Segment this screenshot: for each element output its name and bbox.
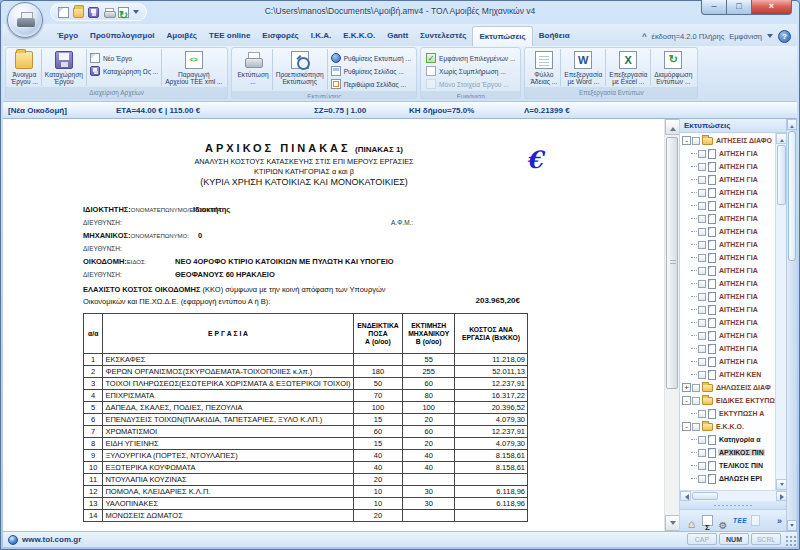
document-preview-area[interactable]: ΑΡΧΙΚΟΣ ΠΙΝΑΚΑΣ (ΠΙΝΑΚΑΣ 1) ΑΝΑΛΥΣΗ ΚΟΣΤ… [3, 119, 664, 531]
sidebar-scrollbar-thumb[interactable] [788, 131, 796, 261]
home-icon[interactable] [685, 514, 698, 527]
tree-scroll-left-icon[interactable] [680, 491, 691, 501]
ribbon-button[interactable]: Περιθώρια Σελίδας ... [331, 78, 411, 90]
ribbon-button[interactable]: Εκτύπωση ... [234, 49, 272, 90]
minimize-button[interactable]: – [701, 0, 727, 15]
tab-Gantt[interactable]: Gantt [381, 26, 414, 46]
tree-item[interactable]: ΑΙΤΗΣΗ ΓΙΑ [680, 199, 775, 212]
toolbar-overflow-icon[interactable]: » [777, 516, 782, 526]
tree-checkbox[interactable] [698, 150, 706, 158]
tree-item[interactable]: -Ε.Κ.Κ.Ο. [680, 420, 775, 433]
ribbon-button[interactable]: Νέο Έργο [90, 52, 158, 64]
ribbon-button[interactable]: Παραγωγή Αρχείου ΤΕΕ xml ... [162, 49, 225, 86]
tree-item[interactable]: ΑΙΤΗΣΗ ΓΙΑ [680, 264, 775, 277]
tree-checkbox[interactable] [698, 215, 706, 223]
tree-item[interactable]: ΑΙΤΗΣΗ ΚΕΝ [680, 368, 775, 381]
status-url[interactable]: www.tol.com.gr [22, 535, 81, 544]
tab-Ε.Κ.Κ.Ο.[interactable]: Ε.Κ.Κ.Ο. [337, 26, 381, 46]
tree-item[interactable]: ΑΙΤΗΣΗ ΓΙΑ [680, 212, 775, 225]
tree-checkbox[interactable] [692, 397, 700, 405]
title-bar[interactable]: C:\Users\manos\Documents\Αμοιβή.amv4 - Τ… [0, 0, 800, 24]
tab-Ι.Κ.Α.[interactable]: Ι.Κ.Α. [305, 26, 337, 46]
tree-checkbox[interactable] [698, 332, 706, 340]
tree-checkbox[interactable] [698, 319, 706, 327]
ribbon-button[interactable]: Καταχώρηση Ως ... [90, 65, 158, 77]
tree-item[interactable]: ΑΙΤΗΣΗ ΓΙΑ [680, 173, 775, 186]
tree-checkbox[interactable] [698, 267, 706, 275]
tree-item[interactable]: -ΑΙΤΗΣΕΙΣ ΔΙΑΦΟ [680, 134, 775, 147]
tree-checkbox[interactable] [698, 475, 706, 483]
tab-Έργο[interactable]: Έργο [51, 26, 84, 46]
tree-checkbox[interactable] [698, 462, 706, 470]
tree-checkbox[interactable] [698, 280, 706, 288]
tree-checkbox[interactable] [698, 410, 706, 418]
ribbon-button[interactable]: Φύλλο Άδειας ... [527, 49, 561, 86]
tee-icon[interactable]: ΤΕΕ [733, 517, 747, 524]
tree-checkbox[interactable] [698, 163, 706, 171]
tree-checkbox[interactable] [698, 189, 706, 197]
sigma-icon[interactable] [702, 515, 713, 526]
tree-item[interactable]: ΑΙΤΗΣΗ ΓΙΑ [680, 355, 775, 368]
tree-toggle-icon[interactable]: + [682, 383, 691, 392]
ribbon-button[interactable]: Επεξεργασία με Word ... [561, 49, 606, 86]
document-vertical-scrollbar[interactable] [664, 119, 679, 531]
tree-checkbox[interactable] [698, 449, 706, 457]
tab-Προϋπολογισμοί[interactable]: Προϋπολογισμοί [84, 26, 160, 46]
tree-toggle-icon[interactable]: - [682, 396, 691, 405]
close-button[interactable]: × [752, 0, 792, 15]
tree-checkbox[interactable] [692, 423, 700, 431]
display-dropdown-icon[interactable] [767, 34, 773, 41]
tree-scrollbar-thumb[interactable] [777, 145, 786, 205]
ribbon-button[interactable]: Καταχώρηση Έργου [42, 49, 87, 86]
ribbon-button[interactable]: Άνοιγμα Έργου ... [8, 49, 42, 86]
tree-checkbox[interactable] [698, 306, 706, 314]
tree-item[interactable]: ΑΙΤΗΣΗ ΓΙΑ [680, 251, 775, 264]
qat-dropdown-icon[interactable] [133, 10, 139, 17]
tree-item[interactable]: ΑΙΤΗΣΗ ΓΙΑ [680, 160, 775, 173]
tree-item[interactable]: -ΕΙΔΙΚΕΣ ΕΚΤΥΠΩ [680, 394, 775, 407]
tree-checkbox[interactable] [692, 137, 700, 145]
collapse-ribbon-icon[interactable]: ^ [642, 32, 647, 41]
ribbon-button[interactable]: Ρυθμίσεις Σελίδας ... [331, 65, 411, 77]
sidebar-scroll-up-icon[interactable] [787, 119, 797, 130]
tree-item[interactable]: ΑΙΤΗΣΗ ΓΙΑ [680, 290, 775, 303]
tree-checkbox[interactable] [698, 176, 706, 184]
sidebar-vertical-scrollbar[interactable] [786, 119, 797, 531]
tree-item[interactable]: ΤΕΛΙΚΟΣ ΠΙΝ [680, 459, 775, 472]
tree-item[interactable]: ΑΙΤΗΣΗ ΓΙΑ [680, 186, 775, 199]
resize-grip-icon[interactable] [785, 535, 796, 546]
tab-Εκτυπώσεις[interactable]: Εκτυπώσεις [472, 26, 532, 46]
tab-ΤΕΕ online[interactable]: ΤΕΕ online [203, 26, 256, 46]
tree-item[interactable]: ΑΙΤΗΣΗ ΓΙΑ [680, 147, 775, 160]
save-icon[interactable] [88, 7, 99, 18]
tree-toggle-icon[interactable]: - [682, 136, 691, 145]
ribbon-button[interactable]: Διαμόρφωση Εντύπων ... [651, 49, 695, 86]
ribbon-button[interactable]: Χωρίς Συμπλήρωση ... [426, 65, 515, 77]
tree-item[interactable]: ΑΙΤΗΣΗ ΓΙΑ [680, 277, 775, 290]
folder-open-icon[interactable] [73, 7, 84, 18]
tree-item[interactable]: ΑΙΤΗΣΗ ΓΙΑ [680, 329, 775, 342]
new-doc-icon[interactable] [58, 7, 69, 18]
tab-Εισφορές[interactable]: Εισφορές [256, 26, 304, 46]
tree-checkbox[interactable] [698, 254, 706, 262]
tree-item[interactable]: ΑΙΤΗΣΗ ΓΙΑ [680, 238, 775, 251]
tab-Βοήθεια[interactable]: Βοήθεια [533, 26, 576, 46]
ribbon-button[interactable]: Μόνο Στοιχεία Έργου ... [426, 78, 515, 90]
tab-Συντελεστές[interactable]: Συντελεστές [414, 26, 472, 46]
ribbon-button[interactable]: Προεπισκόπηση Εκτύπωσης [273, 49, 328, 90]
ribbon-button[interactable]: Επεξεργασία με Excel ... [606, 49, 651, 86]
tree-horizontal-scrollbar[interactable] [680, 490, 787, 501]
tree-toggle-icon[interactable]: - [682, 422, 691, 431]
maximize-button[interactable]: □ [727, 0, 752, 15]
sidebar-splitter[interactable] [680, 501, 787, 509]
printer-icon[interactable] [103, 7, 114, 18]
ribbon-button[interactable]: Ρυθμίσεις Εκτυπωτή ... [331, 52, 411, 64]
tree-item[interactable]: ΑΙΤΗΣΗ ΓΙΑ [680, 316, 775, 329]
tree-item[interactable]: ΑΙΤΗΣΗ ΓΙΑ [680, 225, 775, 238]
tree-item[interactable]: ΑΙΤΗΣΗ ΓΙΑ [680, 303, 775, 316]
display-menu-label[interactable]: Εμφάνιση [729, 32, 762, 41]
help-icon[interactable]: ? [778, 30, 791, 43]
tree-item[interactable]: ΑΡΧΙΚΟΣ ΠΙΝ [680, 446, 775, 459]
tree-checkbox[interactable] [692, 384, 700, 392]
tree-checkbox[interactable] [698, 241, 706, 249]
